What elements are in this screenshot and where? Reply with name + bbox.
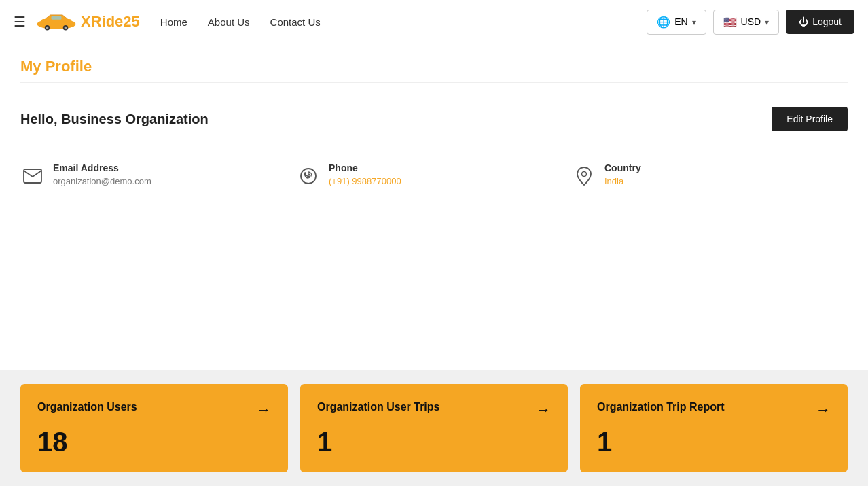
currency-chevron-icon xyxy=(765,16,769,27)
hamburger-icon[interactable]: ☰ xyxy=(14,14,26,30)
svg-point-3 xyxy=(46,27,49,29)
car-icon xyxy=(36,12,77,32)
profile-header: Hello, Business Organization Edit Profil… xyxy=(20,97,848,145)
card-users-title: Organization Users xyxy=(37,401,137,413)
logo-text: XRide25 xyxy=(81,13,140,31)
currency-label: USD xyxy=(741,16,761,27)
phone-icon xyxy=(296,164,321,188)
power-icon: ⏻ xyxy=(799,16,808,27)
cards-area: Organization Users → 18 Organization Use… xyxy=(0,370,868,486)
email-value: organization@demo.com xyxy=(53,176,151,186)
stat-card-report[interactable]: Organization Trip Report → 1 xyxy=(580,384,848,472)
country-value: India xyxy=(604,176,641,186)
nav-right: 🌐 EN 🇺🇸 USD ⏻ Logout xyxy=(647,10,854,35)
email-icon xyxy=(20,164,45,188)
stat-card-users[interactable]: Organization Users → 18 xyxy=(20,384,288,472)
navbar: ☰ XRide25 Home About Us Contact Us 🌐 EN … xyxy=(0,0,868,44)
profile-greeting: Hello, Business Organization xyxy=(20,111,209,127)
globe-icon: 🌐 xyxy=(657,16,670,29)
page-title: My Profile xyxy=(20,58,848,75)
logout-button[interactable]: ⏻ Logout xyxy=(786,10,854,34)
svg-point-5 xyxy=(65,27,67,29)
country-label: Country xyxy=(604,162,641,173)
logo-link[interactable]: XRide25 xyxy=(36,12,140,32)
language-label: EN xyxy=(674,16,687,27)
card-trips-title: Organization User Trips xyxy=(317,401,439,413)
email-info: Email Address organization@demo.com xyxy=(53,162,151,186)
flag-icon: 🇺🇸 xyxy=(723,16,737,29)
nav-links: Home About Us Contact Us xyxy=(160,16,647,28)
card-report-arrow: → xyxy=(816,401,831,419)
card-report-value: 1 xyxy=(597,428,831,455)
lang-chevron-icon xyxy=(692,16,696,27)
page-title-bar: My Profile xyxy=(20,44,848,83)
profile-info: Email Address organization@demo.com Phon… xyxy=(20,145,848,209)
card-trips-arrow: → xyxy=(536,401,551,419)
location-icon xyxy=(572,164,596,188)
phone-info: Phone (+91) 9988770000 xyxy=(329,162,401,186)
country-info: Country India xyxy=(604,162,641,186)
card-users-header: Organization Users → xyxy=(37,401,271,419)
main-content: My Profile Hello, Business Organization … xyxy=(0,44,868,370)
card-trips-header: Organization User Trips → xyxy=(317,401,551,419)
logout-label: Logout xyxy=(812,16,842,27)
card-report-header: Organization Trip Report → xyxy=(597,401,831,419)
card-report-title: Organization Trip Report xyxy=(597,401,725,413)
edit-profile-button[interactable]: Edit Profile xyxy=(772,107,848,131)
svg-rect-1 xyxy=(41,19,72,25)
language-selector[interactable]: 🌐 EN xyxy=(647,10,706,35)
card-trips-value: 1 xyxy=(317,428,551,455)
svg-point-9 xyxy=(582,172,587,177)
phone-block: Phone (+91) 9988770000 xyxy=(296,162,572,188)
nav-about[interactable]: About Us xyxy=(208,16,250,28)
email-block: Email Address organization@demo.com xyxy=(20,162,296,188)
currency-selector[interactable]: 🇺🇸 USD xyxy=(713,10,780,35)
nav-contact[interactable]: Contact Us xyxy=(270,16,321,28)
stat-card-trips[interactable]: Organization User Trips → 1 xyxy=(300,384,568,472)
svg-rect-6 xyxy=(52,16,62,19)
phone-value: (+91) 9988770000 xyxy=(329,176,401,186)
email-label: Email Address xyxy=(53,162,151,173)
card-users-arrow: → xyxy=(256,401,271,419)
card-users-value: 18 xyxy=(37,428,271,455)
country-block: Country India xyxy=(572,162,848,188)
nav-home[interactable]: Home xyxy=(160,16,187,28)
phone-label: Phone xyxy=(329,162,401,173)
